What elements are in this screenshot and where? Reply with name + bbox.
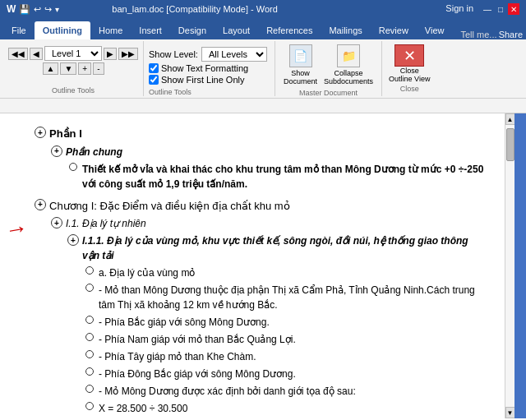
collapse-subdocuments-icon: 📁 <box>337 44 360 67</box>
outline-item-phia-bac: - Phía Bắc giáp với sông Mông Dương. <box>82 315 485 330</box>
marker-chuong1: + <box>33 199 48 210</box>
outline-item-phan-chung: + Phần chung <box>49 145 485 159</box>
tab-design[interactable]: Design <box>170 21 215 39</box>
text-chuong1: Chương I: Đặc Điểm và điều kiện địa chất… <box>49 198 485 215</box>
titlebar-controls: Sign in — □ ✕ <box>445 3 519 15</box>
outline-item-mo-than: - Mỏ than Mông Dương thuộc địa phận Thị … <box>82 283 485 312</box>
tab-home[interactable]: Home <box>90 21 131 39</box>
promote-to-heading1-btn[interactable]: ◀◀ <box>8 48 28 60</box>
doc-content: → + Phần I + Phần chung Thiết kế mở vỉa … <box>0 113 505 418</box>
scroll-up-btn[interactable]: ▲ <box>505 113 515 125</box>
marker-phan-chung: + <box>49 145 64 157</box>
show-document-icon: 📄 <box>289 44 312 67</box>
text-phan1: Phần I <box>49 126 485 142</box>
outline-item-thiet-ke: Thiết kế mở vỉa và khai thác cho khu tru… <box>66 162 485 192</box>
tab-view[interactable]: View <box>417 21 453 39</box>
save-icon[interactable]: 💾 <box>19 4 30 15</box>
show-first-line-checkbox[interactable] <box>149 75 159 85</box>
tab-mailings[interactable]: Mailings <box>321 21 370 39</box>
sign-in[interactable]: Sign in <box>445 3 473 15</box>
master-document-label: Master Document <box>299 89 358 97</box>
tab-file[interactable]: File <box>3 21 35 39</box>
text-phia-bac: - Phía Bắc giáp với sông Mông Dương. <box>99 315 485 330</box>
expand-btn[interactable]: + <box>78 62 91 75</box>
tab-insert[interactable]: Insert <box>131 21 170 39</box>
outline-item-phan1: + Phần I <box>33 126 485 142</box>
red-arrow: → <box>2 210 31 248</box>
demote-btn[interactable]: ▶ <box>104 48 117 60</box>
share-button[interactable]: Share <box>499 30 523 39</box>
text-phia-nam: - Phía Nam giáp với mỏ than Bắc Quảng Lợ… <box>99 332 485 347</box>
marker-mo-than <box>82 284 97 292</box>
scroll-thumb[interactable] <box>506 128 514 161</box>
tell-me[interactable]: Tell me... <box>461 30 497 39</box>
close-outline-view-btn[interactable]: ✕ <box>394 44 424 67</box>
collapse-subdocuments-btn[interactable]: 📁 CollapseSubdocuments <box>322 43 375 87</box>
marker-thiet-ke <box>66 163 81 171</box>
show-document-label: ShowDocument <box>284 69 317 85</box>
restore-button[interactable]: □ <box>495 3 506 15</box>
ribbon-tabs: File Outlining Home Insert Design Layout… <box>0 18 526 39</box>
collapse-subdocuments-label: CollapseSubdocuments <box>324 69 373 85</box>
outline-item-phia-dong-bac: - Phía Đông Bắc giáp với sông Mông Dương… <box>82 367 485 381</box>
show-level-label: Show Level: <box>149 49 198 59</box>
scroll-down-btn[interactable]: ▼ <box>505 407 515 418</box>
text-phan-chung: Phần chung <box>66 145 485 159</box>
demote-to-body-btn[interactable]: ▶▶ <box>118 48 138 60</box>
customize-icon[interactable]: ▾ <box>55 5 59 14</box>
redo-icon[interactable]: ↪ <box>44 4 52 15</box>
move-down-btn[interactable]: ▼ <box>60 62 76 75</box>
close-outline-label: CloseOutline View <box>389 67 430 83</box>
outline-item-phia-tay: - Phía Tây giáp mỏ than Khe Chàm. <box>82 349 485 364</box>
marker-i11: + <box>66 234 81 246</box>
outline-item-i11: + I.1.1. Địa lý của vùng mỏ, khu vực thi… <box>66 233 485 263</box>
show-first-line-label: Show First Line Only <box>161 75 244 85</box>
marker-x <box>82 402 97 410</box>
marker-phia-tay <box>82 350 97 358</box>
undo-icon[interactable]: ↩ <box>34 4 41 15</box>
show-level-select[interactable]: All Levels Level 1 Level 2 Level 3 <box>201 47 267 62</box>
level-select[interactable]: Level 1 Level 2 Level 3 Level 4 Level 5 … <box>44 46 102 61</box>
close-section: ✕ CloseOutline View Close <box>382 41 436 96</box>
move-up-btn[interactable]: ▲ <box>43 62 59 75</box>
marker-mo-mong-duong <box>82 385 97 393</box>
master-document-section: 📄 ShowDocument 📁 CollapseSubdocuments Ma… <box>275 41 382 96</box>
show-text-formatting-checkbox[interactable] <box>149 63 159 73</box>
outline-item-mo-mong-duong: - Mỏ Mông Dương được xác định bởi danh g… <box>82 384 485 399</box>
tab-layout[interactable]: Layout <box>215 21 258 39</box>
marker-a <box>82 266 97 275</box>
promote-btn[interactable]: ◀ <box>30 48 43 60</box>
close-button[interactable]: ✕ <box>508 3 519 15</box>
show-text-formatting-label: Show Text Formatting <box>161 63 248 73</box>
show-document-btn[interactable]: 📄 ShowDocument <box>282 43 319 87</box>
titlebar-left: W 💾 ↩ ↪ ▾ ban_lam.doc [Compatibility Mod… <box>7 3 278 15</box>
scrollbar[interactable]: ▲ ▼ <box>505 113 514 418</box>
outline-item-i1: + I.1. Địa lý tự nhiên <box>49 216 485 231</box>
text-x: X = 28.500 ÷ 30.500 <box>99 401 485 416</box>
doc-area: → + Phần I + Phần chung Thiết kế mở vỉa … <box>0 113 526 418</box>
outline-tools-label2: Outline Tools <box>149 88 191 96</box>
text-thiet-ke: Thiết kế mở vỉa và khai thác cho khu tru… <box>82 162 485 192</box>
titlebar: W 💾 ↩ ↪ ▾ ban_lam.doc [Compatibility Mod… <box>0 0 526 18</box>
collapse-btn[interactable]: - <box>93 62 104 75</box>
outline-tools-label: Outline Tools <box>52 86 95 95</box>
text-i1: I.1. Địa lý tự nhiên <box>66 216 485 231</box>
outline-item-x: X = 28.500 ÷ 30.500 <box>82 401 485 416</box>
show-options-section: Show Level: All Levels Level 1 Level 2 L… <box>144 41 275 96</box>
tab-review[interactable]: Review <box>371 21 417 39</box>
tab-outlining[interactable]: Outlining <box>35 21 90 39</box>
marker-phia-dong-bac <box>82 367 97 376</box>
minimize-button[interactable]: — <box>482 3 493 15</box>
formula-bar <box>0 99 526 113</box>
word-icon: W <box>7 3 16 15</box>
right-sidebar-tab[interactable] <box>514 113 526 418</box>
text-i11: I.1.1. Địa lý của vùng mỏ, khu vực thiết… <box>82 233 485 263</box>
outline-item-a: a. Địa lý của vùng mỏ <box>82 265 485 280</box>
tab-references[interactable]: References <box>258 21 321 39</box>
marker-i1: + <box>49 217 64 228</box>
marker-phia-nam <box>82 333 97 341</box>
ribbon: ◀◀ ◀ Level 1 Level 2 Level 3 Level 4 Lev… <box>0 39 526 99</box>
marker-phia-bac <box>82 316 97 324</box>
text-phia-tay: - Phía Tây giáp mỏ than Khe Chàm. <box>99 349 485 364</box>
title-text: ban_lam.doc [Compatibility Mode] - Word <box>112 4 278 14</box>
